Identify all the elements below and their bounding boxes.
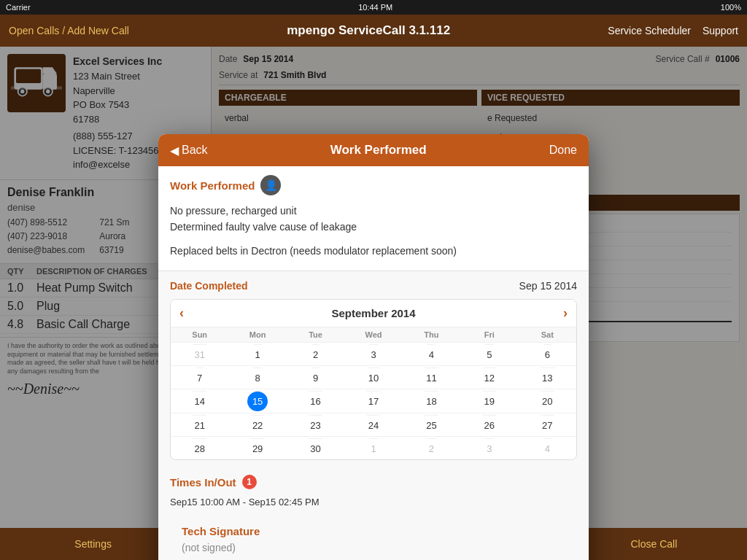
cal-prev-button[interactable]: ‹ (179, 306, 184, 321)
modal-done-button[interactable]: Done (549, 144, 577, 157)
cal-day-18[interactable]: 18 (403, 389, 460, 413)
times-in-out-label: Times In/Out (170, 476, 236, 489)
cal-day-27[interactable]: 27 (519, 413, 576, 436)
cal-day-4[interactable]: 4 (403, 342, 460, 365)
calendar: ‹ September 2014 › Sun Mon Tue Wed Thu F… (170, 299, 577, 460)
times-label-row: Times In/Out 1 (170, 469, 577, 494)
work-performed-text: No pressure, recharged unit Determined f… (170, 203, 577, 259)
support-link[interactable]: Support (703, 25, 738, 36)
cal-day-6[interactable]: 6 (519, 342, 576, 365)
service-scheduler-link[interactable]: Service Scheduler (608, 25, 691, 36)
back-chevron-icon: ◀ (170, 144, 179, 158)
modal-overlay[interactable]: ◀ Back Work Performed Done Work Performe… (0, 47, 747, 528)
cal-day-10[interactable]: 10 (344, 365, 402, 389)
cal-day-8[interactable]: 8 (228, 365, 286, 389)
date-completed-label: Date Completed (170, 280, 248, 292)
nav-left[interactable]: Open Calls / Add New Call (9, 25, 129, 36)
cal-month-year: September 2014 (331, 307, 415, 319)
tech-signature-value: (not signed) (182, 542, 565, 553)
cal-day-11[interactable]: 11 (403, 365, 460, 389)
cal-day-next-3[interactable]: 3 (460, 436, 518, 459)
cal-day-21[interactable]: 21 (171, 413, 228, 436)
cal-header-thu: Thu (403, 327, 460, 342)
wp-line2: Determined faulty valve cause of leakage (170, 219, 577, 235)
wp-label-row: Work Performed 👤 (170, 175, 577, 195)
cal-next-button[interactable]: › (563, 306, 568, 321)
person-icon: 👤 (260, 175, 281, 195)
cal-day-next-2[interactable]: 2 (403, 436, 460, 459)
cal-day-next-1[interactable]: 1 (344, 436, 402, 459)
nav-center: mpengo ServiceCall 3.1.112 (287, 23, 450, 38)
cal-day-1[interactable]: 1 (228, 342, 286, 365)
cal-day-13[interactable]: 13 (519, 365, 576, 389)
times-entry: Sep15 10:00 AM - Sep15 02:45 PM (170, 494, 577, 510)
tech-signature-label: Tech Signature (182, 525, 565, 537)
cal-day-12[interactable]: 12 (460, 365, 518, 389)
cal-day-3[interactable]: 3 (344, 342, 402, 365)
date-calendar-section: Date Completed Sep 15 2014 ‹ September 2… (158, 271, 589, 560)
tech-signature-section: Tech Signature (not signed) (170, 516, 577, 553)
wp-line1: No pressure, recharged unit (170, 203, 577, 219)
cal-day-25[interactable]: 25 (403, 413, 460, 436)
work-performed-label: Work Performed (170, 179, 255, 192)
cal-day-28[interactable]: 28 (171, 436, 228, 459)
cal-header-fri: Fri (460, 327, 518, 342)
cal-header-tue: Tue (287, 327, 344, 342)
cal-day-7[interactable]: 7 (171, 365, 228, 389)
cal-header-wed: Wed (344, 327, 402, 342)
cal-day-22[interactable]: 22 (228, 413, 286, 436)
work-performed-section: Work Performed 👤 No pressure, recharged … (158, 166, 589, 271)
modal-back-button[interactable]: ◀ Back (170, 144, 208, 158)
modal-body: Work Performed 👤 No pressure, recharged … (158, 166, 589, 560)
cal-day-30[interactable]: 30 (287, 436, 344, 459)
cal-day-15-selected[interactable]: 15 (228, 389, 286, 413)
cal-day-26[interactable]: 26 (460, 413, 518, 436)
cal-day-24[interactable]: 24 (344, 413, 402, 436)
cal-day-31[interactable]: 31 (171, 342, 228, 365)
times-section: Times In/Out 1 Sep15 10:00 AM - Sep15 02… (170, 469, 577, 516)
cal-day-19[interactable]: 19 (460, 389, 518, 413)
cal-day-20[interactable]: 20 (519, 389, 576, 413)
cal-day-5[interactable]: 5 (460, 342, 518, 365)
times-badge: 1 (242, 475, 257, 489)
nav-right: Service Scheduler Support (608, 25, 738, 36)
time-label: 10:44 PM (358, 3, 392, 12)
calendar-header: ‹ September 2014 › (171, 300, 576, 327)
cal-day-9[interactable]: 9 (287, 365, 344, 389)
cal-day-23[interactable]: 23 (287, 413, 344, 436)
modal-header: ◀ Back Work Performed Done (158, 134, 589, 166)
cal-day-next-4[interactable]: 4 (519, 436, 576, 459)
cal-day-14[interactable]: 14 (171, 389, 228, 413)
status-bar: Carrier 10:44 PM 100% (0, 0, 747, 15)
back-label: Back (182, 144, 208, 157)
date-completed-value: Sep 15 2014 (519, 280, 577, 292)
wp-line4: Replaced belts in Dectron (needs modulat… (170, 243, 577, 259)
main-content: Excel Services Inc 123 Main Street Naper… (0, 47, 747, 528)
modal-title: Work Performed (330, 143, 427, 158)
cal-header-sat: Sat (519, 327, 576, 342)
cal-day-29[interactable]: 29 (228, 436, 286, 459)
tab-close-call[interactable]: Close Call (561, 528, 747, 560)
date-completed-row: Date Completed Sep 15 2014 (170, 280, 577, 292)
modal: ◀ Back Work Performed Done Work Performe… (158, 134, 589, 560)
battery-label: 100% (721, 3, 741, 12)
cal-header-mon: Mon (228, 327, 286, 342)
cal-day-17[interactable]: 17 (344, 389, 402, 413)
cal-header-sun: Sun (171, 327, 228, 342)
calendar-grid: Sun Mon Tue Wed Thu Fri Sat 31 1 2 3 (171, 327, 576, 459)
cal-day-2[interactable]: 2 (287, 342, 344, 365)
nav-bar: Open Calls / Add New Call mpengo Service… (0, 15, 747, 47)
cal-day-16[interactable]: 16 (287, 389, 344, 413)
carrier-label: Carrier (6, 3, 31, 12)
